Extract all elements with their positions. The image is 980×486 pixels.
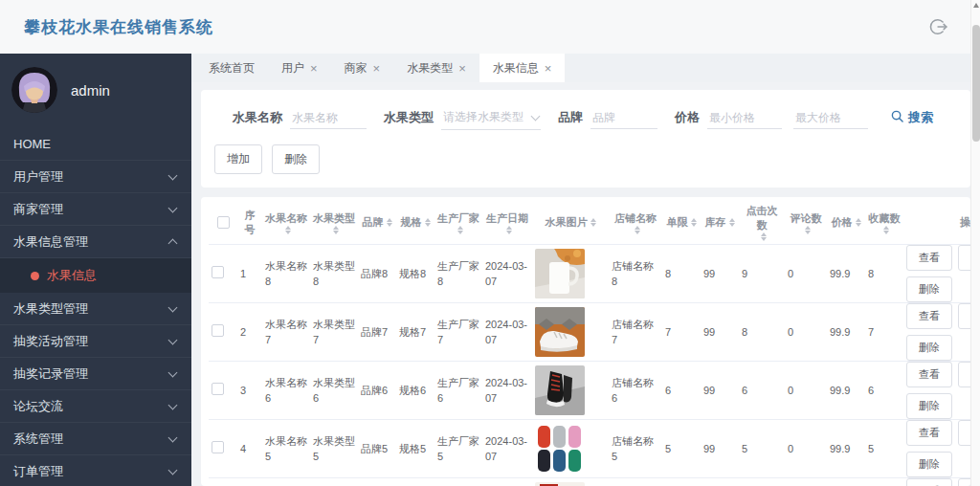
sort-caret-icon[interactable] xyxy=(635,226,640,234)
column-header[interactable]: 生产厂家 xyxy=(434,211,482,234)
sort-caret-icon[interactable] xyxy=(333,226,339,234)
add-button[interactable]: 增加 xyxy=(214,144,262,174)
table-cell: 0 xyxy=(785,383,827,398)
product-image[interactable] xyxy=(535,249,585,298)
row-action-button[interactable]: 编辑 xyxy=(958,362,970,387)
column-header[interactable]: 生产日期 xyxy=(482,211,532,234)
sidebar-item[interactable]: 水果类型管理 xyxy=(0,293,191,325)
row-checkbox[interactable] xyxy=(212,383,224,395)
tab-item[interactable]: 系统首页 xyxy=(195,54,268,82)
column-header[interactable]: 评论数 xyxy=(785,211,827,234)
avatar[interactable] xyxy=(11,67,57,113)
sidebar-item[interactable]: 水果信息管理 xyxy=(0,226,191,258)
column-header[interactable]: 点击次数 xyxy=(739,204,785,241)
sidebar-item[interactable]: HOME xyxy=(0,128,191,161)
sidebar-item-label: 论坛交流 xyxy=(13,398,169,415)
sidebar-item-label: 水果信息管理 xyxy=(13,233,169,251)
row-action-button[interactable]: 编辑 xyxy=(958,478,970,486)
product-image[interactable] xyxy=(535,365,585,415)
price-min-input[interactable] xyxy=(707,107,782,129)
tab-item[interactable]: 水果类型× xyxy=(393,54,479,82)
tab-item[interactable]: 用户× xyxy=(268,54,331,82)
row-checkbox[interactable] xyxy=(212,441,224,453)
close-icon[interactable]: × xyxy=(458,62,466,75)
row-action-button[interactable]: 查看 xyxy=(906,362,952,387)
sort-caret-icon[interactable] xyxy=(506,226,512,234)
row-action-button[interactable]: 删除 xyxy=(906,335,952,361)
select-all-checkbox[interactable] xyxy=(217,216,230,229)
sort-caret-icon[interactable] xyxy=(387,218,392,227)
sidebar-item[interactable]: 商家管理 xyxy=(0,193,191,226)
row-action-button[interactable]: 查看 xyxy=(906,245,952,271)
logout-button[interactable] xyxy=(928,16,949,37)
sort-caret-icon[interactable] xyxy=(761,232,767,241)
search-panel: 水果名称 水果类型 请选择水果类型 品牌 价格 xyxy=(201,90,970,188)
sort-asc-icon xyxy=(506,226,512,230)
sidebar-item[interactable]: 用户管理 xyxy=(0,161,191,193)
scrollbar-thumb[interactable] xyxy=(972,25,980,142)
row-checkbox[interactable] xyxy=(212,266,224,278)
row-actions-cell: 查看编辑删除 xyxy=(903,478,970,486)
page-scrollbar[interactable] xyxy=(970,0,980,486)
column-header[interactable]: 收藏数 xyxy=(865,211,903,234)
table-cell: 水果名称6 xyxy=(262,375,310,406)
row-action-button[interactable]: 编辑 xyxy=(958,420,970,446)
column-header[interactable]: 水果图片 xyxy=(532,215,609,230)
sidebar-item[interactable]: 抽奖记录管理 xyxy=(0,358,191,390)
row-action-button[interactable]: 查看 xyxy=(906,478,952,486)
column-header: 操作 xyxy=(903,215,970,230)
row-checkbox[interactable] xyxy=(212,324,224,337)
tab-item[interactable]: 商家× xyxy=(331,54,394,82)
data-table: 序号水果名称水果类型品牌规格生产厂家生产日期水果图片店铺名称单限库存点击次数评论… xyxy=(209,201,970,486)
column-header[interactable]: 店铺名称 xyxy=(609,211,662,234)
sort-caret-icon[interactable] xyxy=(729,218,735,227)
column-header[interactable]: 品牌 xyxy=(358,215,396,230)
row-action-button[interactable]: 删除 xyxy=(906,393,952,419)
close-icon[interactable]: × xyxy=(310,62,318,75)
scroll-up-arrow-icon[interactable] xyxy=(973,3,979,8)
table-cell xyxy=(209,324,237,341)
sort-caret-icon[interactable] xyxy=(425,218,431,227)
toolbar: 增加 删除 xyxy=(214,144,951,174)
column-header[interactable]: 价格 xyxy=(827,215,865,230)
column-header[interactable]: 规格 xyxy=(396,215,434,230)
product-image[interactable] xyxy=(535,482,585,486)
delete-button[interactable]: 删除 xyxy=(272,144,320,174)
close-icon[interactable]: × xyxy=(545,62,552,75)
sort-caret-icon[interactable] xyxy=(285,226,291,234)
sort-caret-icon[interactable] xyxy=(805,226,811,234)
row-action-button[interactable]: 查看 xyxy=(906,303,952,329)
fruit-name-input[interactable] xyxy=(290,107,367,129)
sort-caret-icon[interactable] xyxy=(590,218,596,227)
sort-caret-icon[interactable] xyxy=(856,218,861,227)
column-header[interactable]: 水果类型 xyxy=(310,211,358,234)
row-action-button[interactable]: 删除 xyxy=(906,276,952,302)
fruit-type-select[interactable]: 请选择水果类型 xyxy=(441,105,541,130)
product-image[interactable] xyxy=(535,424,585,474)
search-button[interactable]: 搜索 xyxy=(891,109,933,126)
product-image[interactable] xyxy=(535,307,585,357)
sidebar-subitem[interactable]: 水果信息 xyxy=(0,258,191,293)
column-header[interactable]: 水果名称 xyxy=(262,211,310,234)
table-cell: 店铺名称8 xyxy=(609,258,662,289)
sidebar-item[interactable]: 系统管理 xyxy=(0,423,191,455)
sort-caret-icon[interactable] xyxy=(457,226,463,234)
column-header[interactable]: 单限 xyxy=(662,215,701,230)
price-max-input[interactable] xyxy=(793,107,868,129)
column-label: 评论数 xyxy=(791,211,822,226)
sidebar-item[interactable]: 论坛交流 xyxy=(0,390,191,423)
tab-item[interactable]: 水果信息× xyxy=(479,54,566,82)
row-action-button[interactable]: 编辑 xyxy=(958,245,970,271)
row-action-button[interactable]: 查看 xyxy=(906,420,952,446)
sort-caret-icon[interactable] xyxy=(691,218,697,227)
table-cell: 0 xyxy=(785,266,827,281)
sidebar-item[interactable]: 抽奖活动管理 xyxy=(0,325,191,358)
sidebar-item[interactable]: 订单管理 xyxy=(0,455,191,486)
column-header[interactable]: 库存 xyxy=(701,215,739,230)
row-action-button[interactable]: 删除 xyxy=(906,452,952,477)
sort-caret-icon[interactable] xyxy=(883,226,889,234)
close-icon[interactable]: × xyxy=(373,62,381,75)
brand-input[interactable] xyxy=(590,107,657,129)
row-action-button[interactable]: 编辑 xyxy=(958,303,970,329)
sort-asc-icon xyxy=(729,218,735,222)
